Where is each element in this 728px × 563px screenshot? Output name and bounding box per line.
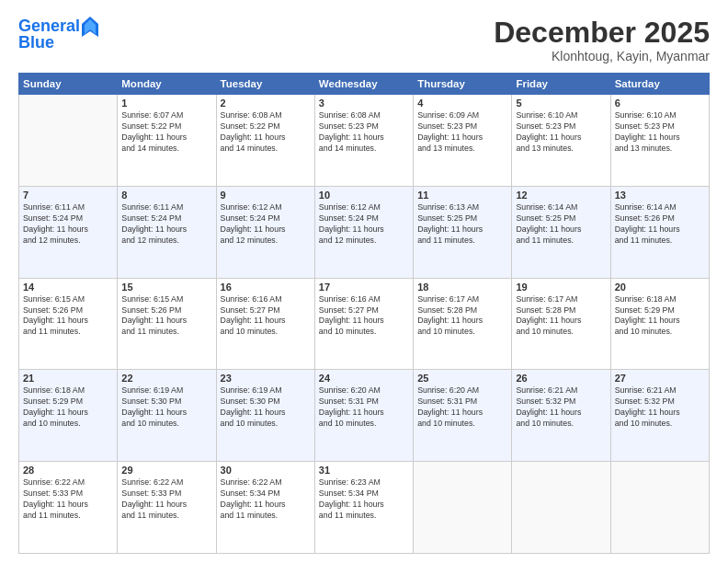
sunset-text: Sunset: 5:28 PM — [417, 305, 507, 316]
calendar-cell: 11Sunrise: 6:13 AMSunset: 5:25 PMDayligh… — [414, 186, 512, 278]
sunset-text: Sunset: 5:31 PM — [319, 396, 409, 408]
day-number: 17 — [319, 282, 409, 293]
sunrise-text: Sunrise: 6:11 AM — [121, 202, 211, 213]
sunrise-text: Sunrise: 6:08 AM — [221, 110, 311, 121]
calendar-cell: 15Sunrise: 6:15 AMSunset: 5:26 PMDayligh… — [118, 278, 216, 370]
sunrise-text: Sunrise: 6:16 AM — [221, 294, 311, 305]
day-number: 8 — [121, 190, 211, 201]
day-number: 13 — [615, 190, 705, 201]
calendar-cell: 28Sunrise: 6:22 AMSunset: 5:33 PMDayligh… — [19, 462, 118, 554]
sunset-text: Sunset: 5:34 PM — [221, 488, 311, 500]
col-header-thursday: Thursday — [414, 74, 512, 95]
calendar-cell: 16Sunrise: 6:16 AMSunset: 5:27 PMDayligh… — [216, 278, 314, 370]
daylight-text: and 11 minutes. — [516, 236, 606, 247]
sunset-text: Sunset: 5:32 PM — [516, 396, 606, 408]
daylight-text: and 10 minutes. — [615, 419, 705, 430]
daylight-text: Daylight: 11 hours — [121, 316, 211, 327]
daylight-text: Daylight: 11 hours — [516, 224, 606, 236]
sunset-text: Sunset: 5:30 PM — [221, 396, 311, 408]
sunrise-text: Sunrise: 6:10 AM — [516, 110, 606, 121]
sunrise-text: Sunrise: 6:18 AM — [23, 385, 113, 396]
daylight-text: and 13 minutes. — [615, 144, 705, 155]
cell-info: Sunrise: 6:11 AMSunset: 5:24 PMDaylight:… — [121, 202, 211, 247]
calendar-cell: 13Sunrise: 6:14 AMSunset: 5:26 PMDayligh… — [610, 186, 709, 278]
logo: General Blue — [18, 17, 98, 52]
week-row-2: 14Sunrise: 6:15 AMSunset: 5:26 PMDayligh… — [19, 278, 710, 370]
cell-info: Sunrise: 6:10 AMSunset: 5:23 PMDaylight:… — [516, 110, 606, 155]
col-header-sunday: Sunday — [19, 74, 118, 95]
sunrise-text: Sunrise: 6:17 AM — [516, 294, 606, 305]
cell-info: Sunrise: 6:08 AMSunset: 5:22 PMDaylight:… — [221, 110, 311, 155]
sunrise-text: Sunrise: 6:09 AM — [417, 110, 507, 121]
daylight-text: Daylight: 11 hours — [23, 500, 113, 511]
daylight-text: Daylight: 11 hours — [319, 500, 409, 511]
sunrise-text: Sunrise: 6:13 AM — [417, 202, 507, 213]
daylight-text: Daylight: 11 hours — [319, 408, 409, 419]
calendar-cell: 19Sunrise: 6:17 AMSunset: 5:28 PMDayligh… — [512, 278, 610, 370]
daylight-text: and 13 minutes. — [516, 144, 606, 155]
col-header-friday: Friday — [512, 74, 610, 95]
day-number: 29 — [121, 465, 211, 476]
day-number: 25 — [417, 373, 507, 384]
col-header-saturday: Saturday — [610, 74, 709, 95]
sunset-text: Sunset: 5:22 PM — [221, 121, 311, 132]
calendar-cell: 22Sunrise: 6:19 AMSunset: 5:30 PMDayligh… — [118, 370, 216, 462]
cell-info: Sunrise: 6:12 AMSunset: 5:24 PMDaylight:… — [221, 202, 311, 247]
calendar-cell: 3Sunrise: 6:08 AMSunset: 5:23 PMDaylight… — [314, 95, 413, 187]
calendar-cell: 25Sunrise: 6:20 AMSunset: 5:31 PMDayligh… — [414, 370, 512, 462]
day-number: 26 — [516, 373, 606, 384]
cell-info: Sunrise: 6:13 AMSunset: 5:25 PMDaylight:… — [417, 202, 507, 247]
cell-info: Sunrise: 6:21 AMSunset: 5:32 PMDaylight:… — [516, 385, 606, 430]
sunrise-text: Sunrise: 6:15 AM — [121, 294, 211, 305]
title-block: December 2025 Klonhtoug, Kayin, Myanmar — [494, 17, 710, 63]
calendar-cell — [512, 462, 610, 554]
daylight-text: Daylight: 11 hours — [23, 316, 113, 327]
day-number: 31 — [319, 465, 409, 476]
col-header-monday: Monday — [118, 74, 216, 95]
sunrise-text: Sunrise: 6:19 AM — [221, 385, 311, 396]
sunset-text: Sunset: 5:31 PM — [417, 396, 507, 408]
cell-info: Sunrise: 6:15 AMSunset: 5:26 PMDaylight:… — [23, 294, 113, 339]
daylight-text: and 12 minutes. — [23, 236, 113, 247]
day-number: 27 — [615, 373, 705, 384]
week-row-4: 28Sunrise: 6:22 AMSunset: 5:33 PMDayligh… — [19, 462, 710, 554]
day-number: 7 — [23, 190, 113, 201]
cell-info: Sunrise: 6:22 AMSunset: 5:33 PMDaylight:… — [23, 477, 113, 522]
cell-info: Sunrise: 6:19 AMSunset: 5:30 PMDaylight:… — [121, 385, 211, 430]
calendar-cell: 24Sunrise: 6:20 AMSunset: 5:31 PMDayligh… — [314, 370, 413, 462]
sunset-text: Sunset: 5:27 PM — [319, 305, 409, 316]
cell-info: Sunrise: 6:18 AMSunset: 5:29 PMDaylight:… — [23, 385, 113, 430]
daylight-text: and 10 minutes. — [516, 327, 606, 338]
sunrise-text: Sunrise: 6:15 AM — [23, 294, 113, 305]
cell-info: Sunrise: 6:08 AMSunset: 5:23 PMDaylight:… — [319, 110, 409, 155]
daylight-text: Daylight: 11 hours — [23, 224, 113, 236]
daylight-text: Daylight: 11 hours — [221, 408, 311, 419]
cell-info: Sunrise: 6:15 AMSunset: 5:26 PMDaylight:… — [121, 294, 211, 339]
sunrise-text: Sunrise: 6:10 AM — [615, 110, 705, 121]
calendar-cell: 6Sunrise: 6:10 AMSunset: 5:23 PMDaylight… — [610, 95, 709, 187]
sunset-text: Sunset: 5:23 PM — [615, 121, 705, 132]
day-number: 3 — [319, 98, 409, 109]
sunset-text: Sunset: 5:33 PM — [121, 488, 211, 500]
day-number: 28 — [23, 465, 113, 476]
location: Klonhtoug, Kayin, Myanmar — [494, 49, 710, 63]
sunrise-text: Sunrise: 6:11 AM — [23, 202, 113, 213]
sunrise-text: Sunrise: 6:20 AM — [417, 385, 507, 396]
calendar-cell: 23Sunrise: 6:19 AMSunset: 5:30 PMDayligh… — [216, 370, 314, 462]
calendar-cell: 10Sunrise: 6:12 AMSunset: 5:24 PMDayligh… — [314, 186, 413, 278]
sunset-text: Sunset: 5:34 PM — [319, 488, 409, 500]
col-header-wednesday: Wednesday — [314, 74, 413, 95]
sunrise-text: Sunrise: 6:16 AM — [319, 294, 409, 305]
cell-info: Sunrise: 6:14 AMSunset: 5:26 PMDaylight:… — [615, 202, 705, 247]
daylight-text: and 12 minutes. — [319, 236, 409, 247]
calendar-cell: 8Sunrise: 6:11 AMSunset: 5:24 PMDaylight… — [118, 186, 216, 278]
daylight-text: and 11 minutes. — [121, 327, 211, 338]
day-number: 24 — [319, 373, 409, 384]
daylight-text: Daylight: 11 hours — [615, 408, 705, 419]
sunrise-text: Sunrise: 6:20 AM — [319, 385, 409, 396]
cell-info: Sunrise: 6:20 AMSunset: 5:31 PMDaylight:… — [319, 385, 409, 430]
daylight-text: and 10 minutes. — [221, 419, 311, 430]
day-number: 1 — [121, 98, 211, 109]
daylight-text: Daylight: 11 hours — [121, 408, 211, 419]
daylight-text: Daylight: 11 hours — [121, 132, 211, 144]
